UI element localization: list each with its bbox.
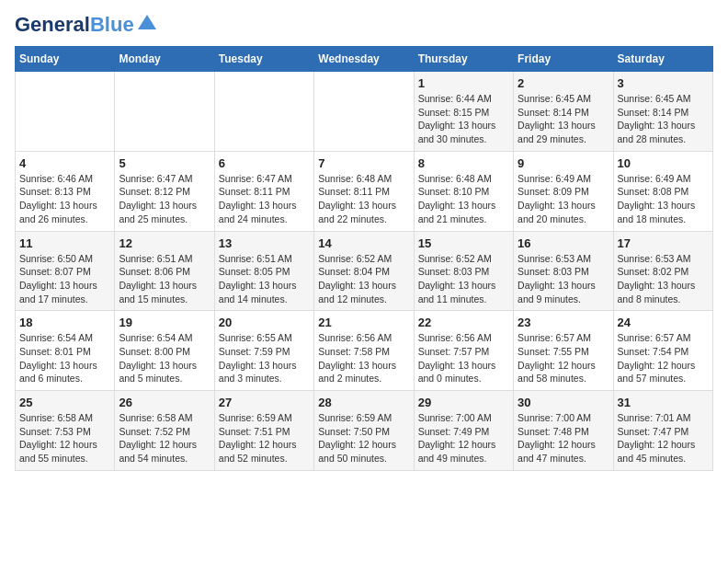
calendar-cell: 3Sunrise: 6:45 AM Sunset: 8:14 PM Daylig… bbox=[613, 72, 712, 152]
day-number: 17 bbox=[618, 236, 709, 250]
calendar-cell: 15Sunrise: 6:52 AM Sunset: 8:03 PM Dayli… bbox=[414, 231, 513, 311]
calendar-cell: 31Sunrise: 7:01 AM Sunset: 7:47 PM Dayli… bbox=[613, 391, 712, 471]
calendar-cell: 2Sunrise: 6:45 AM Sunset: 8:14 PM Daylig… bbox=[514, 72, 613, 152]
cell-content: Sunrise: 6:52 AM Sunset: 8:03 PM Dayligh… bbox=[418, 252, 509, 306]
calendar-cell: 25Sunrise: 6:58 AM Sunset: 7:53 PM Dayli… bbox=[16, 391, 115, 471]
logo: GeneralBlue bbox=[15, 15, 156, 35]
cell-content: Sunrise: 6:57 AM Sunset: 7:55 PM Dayligh… bbox=[518, 331, 609, 385]
day-number: 9 bbox=[518, 156, 609, 170]
cell-content: Sunrise: 6:51 AM Sunset: 8:06 PM Dayligh… bbox=[119, 252, 210, 306]
calendar-cell: 30Sunrise: 7:00 AM Sunset: 7:48 PM Dayli… bbox=[514, 391, 613, 471]
calendar-cell: 29Sunrise: 7:00 AM Sunset: 7:49 PM Dayli… bbox=[414, 391, 513, 471]
day-header-sunday: Sunday bbox=[16, 47, 115, 72]
page-header: GeneralBlue bbox=[15, 15, 713, 35]
cell-content: Sunrise: 6:54 AM Sunset: 8:01 PM Dayligh… bbox=[19, 331, 110, 385]
day-number: 25 bbox=[19, 396, 110, 409]
day-header-wednesday: Wednesday bbox=[314, 47, 414, 72]
day-number: 20 bbox=[219, 316, 310, 329]
calendar-week-5: 25Sunrise: 6:58 AM Sunset: 7:53 PM Dayli… bbox=[16, 391, 713, 471]
cell-content: Sunrise: 6:54 AM Sunset: 8:00 PM Dayligh… bbox=[119, 331, 210, 385]
calendar-cell bbox=[115, 72, 214, 152]
day-number: 21 bbox=[318, 316, 409, 329]
day-number: 4 bbox=[19, 156, 110, 170]
day-number: 18 bbox=[19, 316, 110, 329]
logo-blue: Blue bbox=[90, 13, 134, 36]
calendar-cell: 18Sunrise: 6:54 AM Sunset: 8:01 PM Dayli… bbox=[16, 311, 115, 391]
day-number: 8 bbox=[418, 156, 509, 170]
cell-content: Sunrise: 6:48 AM Sunset: 8:11 PM Dayligh… bbox=[318, 172, 409, 226]
day-number: 22 bbox=[418, 316, 509, 329]
cell-content: Sunrise: 7:01 AM Sunset: 7:47 PM Dayligh… bbox=[618, 411, 709, 465]
cell-content: Sunrise: 6:44 AM Sunset: 8:15 PM Dayligh… bbox=[418, 92, 509, 146]
calendar-cell: 14Sunrise: 6:52 AM Sunset: 8:04 PM Dayli… bbox=[314, 231, 414, 311]
calendar-week-1: 1Sunrise: 6:44 AM Sunset: 8:15 PM Daylig… bbox=[16, 72, 713, 152]
cell-content: Sunrise: 6:59 AM Sunset: 7:51 PM Dayligh… bbox=[219, 411, 310, 465]
svg-marker-0 bbox=[138, 15, 156, 29]
cell-content: Sunrise: 6:53 AM Sunset: 8:03 PM Dayligh… bbox=[518, 252, 609, 306]
day-header-friday: Friday bbox=[514, 47, 613, 72]
cell-content: Sunrise: 6:57 AM Sunset: 7:54 PM Dayligh… bbox=[618, 331, 709, 385]
day-header-tuesday: Tuesday bbox=[214, 47, 313, 72]
calendar-cell: 4Sunrise: 6:46 AM Sunset: 8:13 PM Daylig… bbox=[16, 151, 115, 231]
cell-content: Sunrise: 6:47 AM Sunset: 8:11 PM Dayligh… bbox=[219, 172, 310, 226]
calendar-cell: 22Sunrise: 6:56 AM Sunset: 7:57 PM Dayli… bbox=[414, 311, 513, 391]
cell-content: Sunrise: 6:47 AM Sunset: 8:12 PM Dayligh… bbox=[119, 172, 210, 226]
calendar-cell: 16Sunrise: 6:53 AM Sunset: 8:03 PM Dayli… bbox=[514, 231, 613, 311]
calendar-cell: 17Sunrise: 6:53 AM Sunset: 8:02 PM Dayli… bbox=[613, 231, 712, 311]
calendar-cell: 19Sunrise: 6:54 AM Sunset: 8:00 PM Dayli… bbox=[115, 311, 214, 391]
day-number: 11 bbox=[19, 236, 110, 250]
calendar-cell: 6Sunrise: 6:47 AM Sunset: 8:11 PM Daylig… bbox=[214, 151, 313, 231]
calendar-cell: 8Sunrise: 6:48 AM Sunset: 8:10 PM Daylig… bbox=[414, 151, 513, 231]
calendar-week-4: 18Sunrise: 6:54 AM Sunset: 8:01 PM Dayli… bbox=[16, 311, 713, 391]
calendar-cell: 26Sunrise: 6:58 AM Sunset: 7:52 PM Dayli… bbox=[115, 391, 214, 471]
calendar-week-2: 4Sunrise: 6:46 AM Sunset: 8:13 PM Daylig… bbox=[16, 151, 713, 231]
calendar-cell: 21Sunrise: 6:56 AM Sunset: 7:58 PM Dayli… bbox=[314, 311, 414, 391]
calendar-table: SundayMondayTuesdayWednesdayThursdayFrid… bbox=[15, 46, 713, 471]
day-number: 5 bbox=[119, 156, 210, 170]
cell-content: Sunrise: 7:00 AM Sunset: 7:49 PM Dayligh… bbox=[418, 411, 509, 465]
calendar-cell bbox=[214, 72, 313, 152]
day-number: 3 bbox=[618, 76, 709, 90]
logo-text: GeneralBlue bbox=[15, 15, 134, 35]
cell-content: Sunrise: 6:49 AM Sunset: 8:08 PM Dayligh… bbox=[618, 172, 709, 226]
cell-content: Sunrise: 6:50 AM Sunset: 8:07 PM Dayligh… bbox=[19, 252, 110, 306]
day-number: 19 bbox=[119, 316, 210, 329]
cell-content: Sunrise: 6:56 AM Sunset: 7:57 PM Dayligh… bbox=[418, 331, 509, 385]
day-number: 16 bbox=[518, 236, 609, 250]
calendar-cell: 11Sunrise: 6:50 AM Sunset: 8:07 PM Dayli… bbox=[16, 231, 115, 311]
calendar-header-row: SundayMondayTuesdayWednesdayThursdayFrid… bbox=[16, 47, 713, 72]
day-header-monday: Monday bbox=[115, 47, 214, 72]
calendar-cell: 1Sunrise: 6:44 AM Sunset: 8:15 PM Daylig… bbox=[414, 72, 513, 152]
calendar-cell bbox=[314, 72, 414, 152]
logo-general: General bbox=[15, 13, 90, 36]
cell-content: Sunrise: 7:00 AM Sunset: 7:48 PM Dayligh… bbox=[518, 411, 609, 465]
logo-icon bbox=[138, 15, 156, 29]
day-number: 28 bbox=[318, 396, 409, 409]
day-number: 30 bbox=[518, 396, 609, 409]
cell-content: Sunrise: 6:52 AM Sunset: 8:04 PM Dayligh… bbox=[318, 252, 409, 306]
day-number: 12 bbox=[119, 236, 210, 250]
day-number: 13 bbox=[219, 236, 310, 250]
day-number: 2 bbox=[518, 76, 609, 90]
calendar-cell: 7Sunrise: 6:48 AM Sunset: 8:11 PM Daylig… bbox=[314, 151, 414, 231]
day-number: 26 bbox=[119, 396, 210, 409]
day-number: 29 bbox=[418, 396, 509, 409]
cell-content: Sunrise: 6:51 AM Sunset: 8:05 PM Dayligh… bbox=[219, 252, 310, 306]
cell-content: Sunrise: 6:59 AM Sunset: 7:50 PM Dayligh… bbox=[318, 411, 409, 465]
calendar-cell: 10Sunrise: 6:49 AM Sunset: 8:08 PM Dayli… bbox=[613, 151, 712, 231]
calendar-week-3: 11Sunrise: 6:50 AM Sunset: 8:07 PM Dayli… bbox=[16, 231, 713, 311]
cell-content: Sunrise: 6:49 AM Sunset: 8:09 PM Dayligh… bbox=[518, 172, 609, 226]
day-number: 31 bbox=[618, 396, 709, 409]
day-header-saturday: Saturday bbox=[613, 47, 712, 72]
day-number: 24 bbox=[618, 316, 709, 329]
cell-content: Sunrise: 6:45 AM Sunset: 8:14 PM Dayligh… bbox=[518, 92, 609, 146]
calendar-cell: 28Sunrise: 6:59 AM Sunset: 7:50 PM Dayli… bbox=[314, 391, 414, 471]
day-number: 14 bbox=[318, 236, 409, 250]
day-number: 1 bbox=[418, 76, 509, 90]
cell-content: Sunrise: 6:58 AM Sunset: 7:52 PM Dayligh… bbox=[119, 411, 210, 465]
cell-content: Sunrise: 6:58 AM Sunset: 7:53 PM Dayligh… bbox=[19, 411, 110, 465]
cell-content: Sunrise: 6:56 AM Sunset: 7:58 PM Dayligh… bbox=[318, 331, 409, 385]
cell-content: Sunrise: 6:53 AM Sunset: 8:02 PM Dayligh… bbox=[618, 252, 709, 306]
day-number: 15 bbox=[418, 236, 509, 250]
day-number: 27 bbox=[219, 396, 310, 409]
